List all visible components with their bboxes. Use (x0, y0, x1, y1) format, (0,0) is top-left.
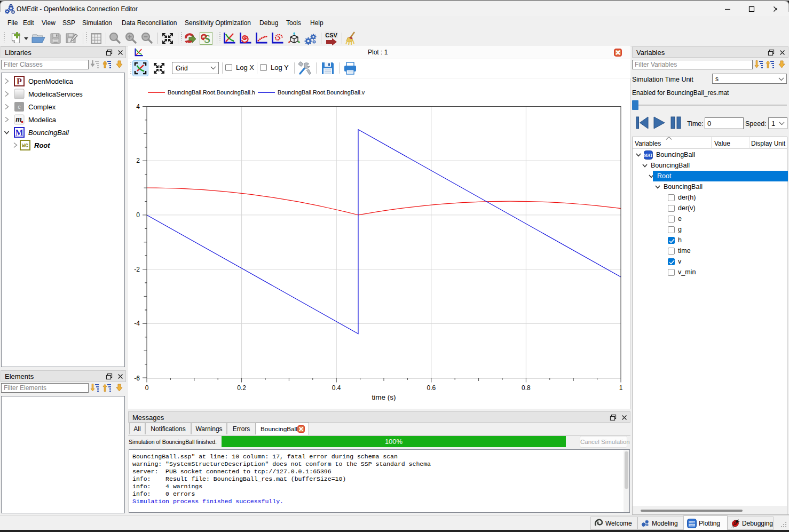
svg-text:0: 0 (145, 384, 149, 392)
svg-text:CSV: CSV (325, 32, 337, 38)
svg-text:0.4: 0.4 (332, 384, 341, 392)
svg-text:4: 4 (136, 103, 140, 110)
svg-text:0.6: 0.6 (427, 384, 436, 392)
svg-text:BouncingBall.Root.BouncingBall: BouncingBall.Root.BouncingBall.v (278, 89, 365, 96)
svg-text:2: 2 (136, 157, 140, 164)
svg-text:m: m (15, 115, 22, 123)
svg-text:c: c (18, 104, 21, 110)
svg-text:MAT: MAT (644, 153, 653, 157)
svg-text:-6: -6 (134, 375, 140, 382)
svg-text:BouncingBall.Root.BouncingBall: BouncingBall.Root.BouncingBall.h (168, 89, 255, 96)
svg-text:0: 0 (136, 211, 140, 219)
svg-text:-4: -4 (134, 320, 140, 327)
svg-text:M: M (15, 128, 23, 137)
svg-text:COMPUT: COMPUT (687, 523, 697, 526)
svg-text:0.8: 0.8 (522, 384, 531, 392)
svg-text:1: 1 (619, 384, 623, 392)
svg-text:P: P (17, 77, 22, 86)
svg-text:WC: WC (22, 143, 28, 149)
svg-text:time (s): time (s) (372, 393, 396, 401)
svg-text:SIGNAL: SIGNAL (688, 520, 696, 523)
svg-text:0.2: 0.2 (237, 384, 246, 392)
svg-text:-2: -2 (134, 266, 140, 273)
